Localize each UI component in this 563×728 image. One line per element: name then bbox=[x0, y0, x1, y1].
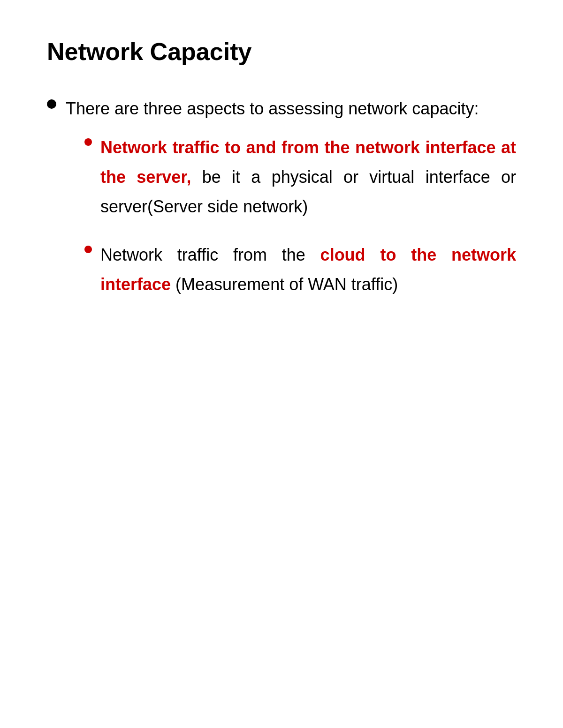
sub-text-2-black-intro: Network traffic from the bbox=[100, 245, 320, 264]
red-bullet-icon-1 bbox=[84, 138, 92, 146]
page-title: Network Capacity bbox=[47, 38, 516, 66]
sub-list: Network traffic to and from the network … bbox=[84, 133, 516, 299]
main-item-text: There are three aspects to assessing net… bbox=[66, 94, 516, 318]
sub-list-item-1: Network traffic to and from the network … bbox=[84, 133, 516, 221]
sub-text-2-black: (Measurement of WAN traffic) bbox=[171, 275, 398, 294]
red-bullet-icon-2 bbox=[84, 246, 92, 253]
main-text-content: There are three aspects to assessing net… bbox=[66, 99, 479, 118]
bullet-icon bbox=[47, 99, 56, 109]
sub-text-2: Network traffic from the cloud to the ne… bbox=[100, 240, 516, 299]
list-item-main: There are three aspects to assessing net… bbox=[47, 94, 516, 318]
sub-list-item-2: Network traffic from the cloud to the ne… bbox=[84, 240, 516, 299]
main-list: There are three aspects to assessing net… bbox=[47, 94, 516, 318]
sub-text-1: Network traffic to and from the network … bbox=[100, 133, 516, 221]
